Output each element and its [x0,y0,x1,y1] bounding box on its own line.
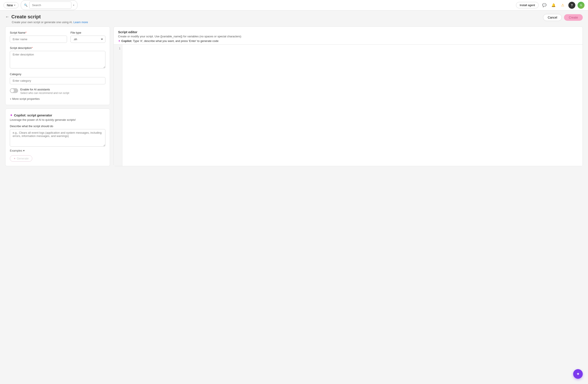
search-icon: 🔍 [24,3,27,7]
warning-icon-button[interactable]: ⚠ [559,2,566,9]
create-button[interactable]: Create [564,14,583,21]
new-button[interactable]: New ▾ [3,2,19,8]
file-type-label: File type [70,31,105,34]
help-icon-button[interactable]: ? [568,2,575,9]
cancel-button[interactable]: Cancel [543,14,562,21]
script-editor-title: Script editor [118,30,578,34]
describe-input[interactable] [10,129,105,147]
page-header: ← Create script Create your own script o… [0,10,588,26]
new-chevron-icon: ▾ [14,4,15,6]
more-properties-chevron-icon: ∨ [10,98,11,100]
script-editor-panel: Script editor Create or modify your scri… [113,26,583,166]
back-button[interactable]: ← [5,15,9,19]
left-panel: Script Name* File type .sh .ps1 .bat .py [5,26,110,166]
copilot-hint-star-icon: ✦ [118,39,121,43]
page-title: Create script [11,14,41,20]
script-form-card: Script Name* File type .sh .ps1 .bat .py [5,26,110,105]
more-properties-button[interactable]: ∨ More script properties [10,97,40,100]
search-bar[interactable]: 🔍 ▾ [21,0,78,10]
generate-button[interactable]: ✦ Generate [10,155,32,162]
copilot-star-icon: ✦ [10,113,13,117]
page-subtitle: Create your own script or generate one u… [12,21,88,24]
copilot-subtitle: Leverage the power of AI to quickly gene… [10,118,105,121]
describe-label: Describe what the script should do [10,125,105,128]
generate-star-icon: ✦ [14,157,16,160]
line-number: 1 [115,47,121,50]
warning-icon: ⚠ [561,3,564,7]
script-editor-desc: Create or modify your script. Use {[vari… [118,35,578,38]
bell-icon: 🔔 [551,3,556,7]
description-label: Script description* [10,46,105,50]
learn-more-link[interactable]: Learn more [74,21,88,24]
category-label: Category [10,72,105,76]
ai-assistants-toggle[interactable] [10,88,18,93]
chat-icon-button[interactable]: 💬 [541,2,548,9]
examples-button[interactable]: Examples ▾ [10,149,25,152]
user-avatar[interactable]: G [578,2,585,9]
file-type-select[interactable]: .sh .ps1 .bat .py [70,36,105,43]
script-name-input[interactable] [10,36,67,43]
main-content: Script Name* File type .sh .ps1 .bat .py [0,26,588,171]
script-name-label: Script Name* [10,31,67,34]
toggle-title: Enable for AI assistants [20,88,69,91]
ai-assistants-toggle-row: Enable for AI assistants Select who can … [10,88,105,95]
chat-icon: 💬 [542,3,546,7]
copilot-title: Copilot: script generator [14,113,52,117]
code-area: 1 [114,44,583,166]
toggle-sublabel: Select who can recommend and run script [20,91,69,95]
category-input[interactable] [10,77,105,84]
examples-chevron-icon: ▾ [23,149,25,152]
copilot-hint: ✦ Copilot: Type '#', describe what you w… [118,39,578,43]
question-icon: ? [571,3,573,7]
copilot-card: ✦ Copilot: script generator Leverage the… [5,109,110,166]
new-button-label: New [7,3,13,7]
line-numbers: 1 [114,45,123,166]
search-input[interactable] [29,1,71,9]
install-agent-button[interactable]: Install agent [516,2,539,8]
description-input[interactable] [10,51,105,68]
search-chevron-icon: ▾ [73,4,74,6]
bell-icon-button[interactable]: 🔔 [550,2,557,9]
code-editor-input[interactable] [123,45,583,166]
